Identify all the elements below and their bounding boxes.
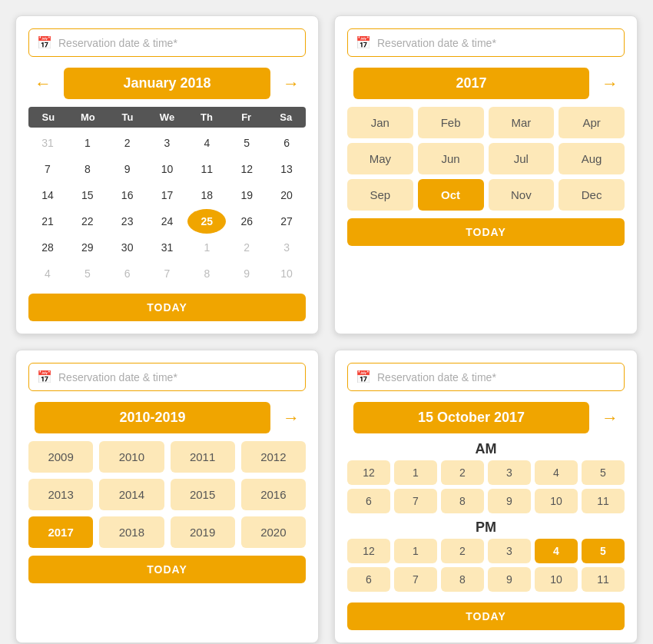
day-cell[interactable]: 25	[187, 209, 226, 234]
day-cell[interactable]: 14	[28, 183, 67, 207]
day-cell[interactable]: 11	[187, 157, 226, 181]
month-cell[interactable]: May	[347, 143, 413, 174]
year-cell[interactable]: 2015	[171, 479, 235, 510]
day-cell[interactable]: 2	[108, 131, 147, 155]
day-cell[interactable]: 22	[68, 209, 107, 234]
year-cell[interactable]: 2016	[241, 479, 306, 510]
am-hour-cell[interactable]: 5	[582, 460, 625, 485]
pm-hour-cell[interactable]: 5	[582, 539, 625, 563]
today-button-2[interactable]: TODAY	[347, 218, 625, 246]
day-cell[interactable]: 30	[108, 235, 147, 260]
month-cell[interactable]: Oct	[418, 179, 484, 211]
pm-hour-cell[interactable]: 1	[394, 539, 437, 563]
day-cell[interactable]: 28	[28, 235, 67, 260]
am-hour-cell[interactable]: 4	[535, 460, 578, 485]
date-title[interactable]: 15 October 2017	[353, 402, 589, 433]
next-year-button[interactable]: →	[595, 71, 625, 97]
day-cell[interactable]: 9	[227, 261, 266, 286]
am-hour-cell[interactable]: 7	[394, 489, 437, 513]
am-hour-cell[interactable]: 12	[347, 460, 390, 485]
day-cell[interactable]: 9	[108, 157, 147, 181]
day-cell[interactable]: 3	[148, 131, 187, 155]
month-cell[interactable]: Nov	[489, 179, 555, 211]
pm-hour-cell[interactable]: 12	[347, 539, 390, 563]
year-cell[interactable]: 2019	[171, 516, 235, 548]
year-cell[interactable]: 2012	[241, 441, 306, 473]
pm-hour-cell[interactable]: 10	[535, 567, 578, 592]
day-cell[interactable]: 10	[267, 261, 306, 286]
year-cell[interactable]: 2013	[28, 479, 93, 510]
day-cell[interactable]: 8	[68, 157, 107, 181]
year-cell[interactable]: 2009	[28, 441, 93, 473]
am-hour-cell[interactable]: 8	[441, 489, 484, 513]
year-cell[interactable]: 2020	[241, 516, 306, 548]
day-cell[interactable]: 24	[148, 209, 187, 234]
pm-hour-cell[interactable]: 3	[488, 539, 531, 563]
prev-month-button[interactable]: ←	[28, 71, 58, 97]
day-cell[interactable]: 18	[187, 183, 226, 207]
year-title[interactable]: 2017	[353, 68, 589, 99]
month-cell[interactable]: Jan	[347, 107, 413, 138]
pm-hour-cell[interactable]: 4	[535, 539, 578, 563]
day-cell[interactable]: 29	[68, 235, 107, 260]
day-cell[interactable]: 19	[227, 183, 266, 207]
day-cell[interactable]: 5	[68, 261, 107, 286]
am-hour-cell[interactable]: 11	[582, 489, 625, 513]
year-cell[interactable]: 2017	[28, 516, 93, 548]
day-cell[interactable]: 4	[28, 261, 67, 286]
day-cell[interactable]: 3	[267, 235, 306, 260]
month-cell[interactable]: Apr	[559, 107, 625, 138]
day-cell[interactable]: 6	[267, 131, 306, 155]
pm-hour-cell[interactable]: 7	[394, 567, 437, 592]
day-cell[interactable]: 23	[108, 209, 147, 234]
day-cell[interactable]: 8	[187, 261, 226, 286]
day-cell[interactable]: 5	[227, 131, 266, 155]
today-button-1[interactable]: TODAY	[28, 294, 306, 321]
am-hour-cell[interactable]: 10	[535, 489, 578, 513]
input-row-3[interactable]: 📅 Reservation date & time*	[28, 363, 306, 391]
input-row-1[interactable]: 📅 Reservation date & time*	[28, 28, 306, 57]
day-cell[interactable]: 20	[267, 183, 306, 207]
day-cell[interactable]: 15	[68, 183, 107, 207]
day-cell[interactable]: 31	[28, 131, 67, 155]
day-cell[interactable]: 12	[227, 157, 266, 181]
month-cell[interactable]: Sep	[347, 179, 413, 211]
day-cell[interactable]: 6	[108, 261, 147, 286]
am-hour-cell[interactable]: 2	[441, 460, 484, 485]
month-cell[interactable]: Mar	[489, 107, 555, 138]
am-hour-cell[interactable]: 6	[347, 489, 390, 513]
month-cell[interactable]: Feb	[418, 107, 484, 138]
pm-hour-cell[interactable]: 8	[441, 567, 484, 592]
next-date-button[interactable]: →	[595, 405, 625, 431]
month-cell[interactable]: Jun	[418, 143, 484, 174]
year-cell[interactable]: 2011	[171, 441, 235, 473]
year-cell[interactable]: 2014	[99, 479, 164, 510]
month-view-title[interactable]: January 2018	[64, 68, 270, 99]
day-cell[interactable]: 2	[227, 235, 266, 260]
month-cell[interactable]: Aug	[559, 143, 625, 174]
year-cell[interactable]: 2018	[99, 516, 164, 548]
day-cell[interactable]: 7	[28, 157, 67, 181]
am-hour-cell[interactable]: 9	[488, 489, 531, 513]
day-cell[interactable]: 4	[187, 131, 226, 155]
next-decade-button[interactable]: →	[277, 405, 306, 431]
pm-hour-cell[interactable]: 11	[582, 567, 625, 592]
day-cell[interactable]: 17	[148, 183, 187, 207]
month-cell[interactable]: Dec	[559, 179, 625, 211]
today-button-4[interactable]: TODAY	[347, 603, 625, 630]
today-button-3[interactable]: TODAY	[28, 556, 306, 583]
pm-hour-cell[interactable]: 9	[488, 567, 531, 592]
day-cell[interactable]: 1	[187, 235, 226, 260]
day-cell[interactable]: 16	[108, 183, 147, 207]
am-hour-cell[interactable]: 1	[394, 460, 437, 485]
day-cell[interactable]: 7	[148, 261, 187, 286]
day-cell[interactable]: 27	[267, 209, 306, 234]
next-month-button[interactable]: →	[277, 71, 306, 97]
year-cell[interactable]: 2010	[99, 441, 164, 473]
day-cell[interactable]: 21	[28, 209, 67, 234]
input-row-4[interactable]: 📅 Reservation date & time*	[347, 363, 625, 391]
am-hour-cell[interactable]: 3	[488, 460, 531, 485]
pm-hour-cell[interactable]: 2	[441, 539, 484, 563]
day-cell[interactable]: 13	[267, 157, 306, 181]
day-cell[interactable]: 10	[148, 157, 187, 181]
